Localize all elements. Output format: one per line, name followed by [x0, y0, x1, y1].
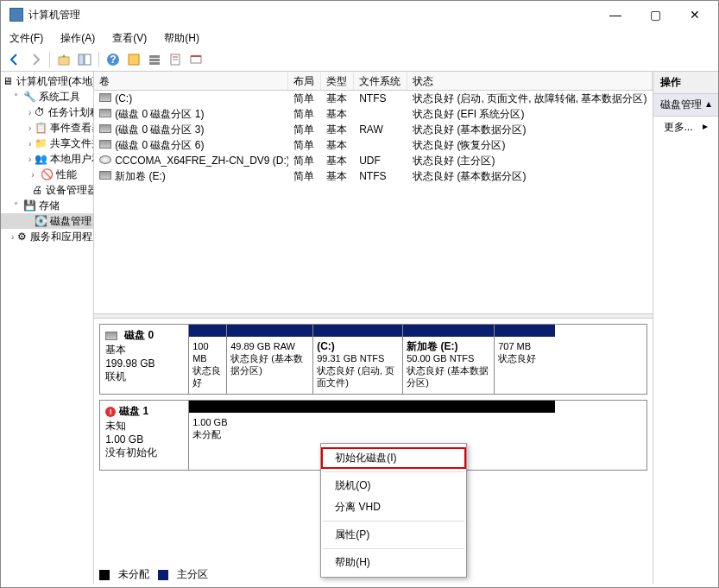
collapse-icon: ▴	[706, 98, 711, 112]
col-filesystem[interactable]: 文件系统	[354, 72, 407, 90]
perf-icon: 🚫	[41, 168, 53, 180]
volume-row[interactable]: (磁盘 0 磁盘分区 6)简单基本状态良好 (恢复分区)	[94, 137, 652, 153]
forward-button[interactable]	[27, 51, 44, 68]
menu-detach-vhd[interactable]: 分离 VHD	[321, 496, 466, 518]
tree-device-manager[interactable]: 🖨设备管理器	[1, 182, 93, 198]
tree-disk-management[interactable]: 💽磁盘管理	[1, 213, 93, 229]
actions-pane: 操作 磁盘管理▴ 更多...▸	[653, 72, 719, 584]
disk-label[interactable]: ! 磁盘 1未知1.00 GB没有初始化	[100, 401, 189, 470]
tree-storage[interactable]: ˅💾存储	[1, 198, 93, 213]
actions-title: 操作	[653, 72, 719, 94]
properties-button[interactable]	[167, 51, 184, 68]
services-icon: ⚙	[17, 231, 27, 243]
window-title: 计算机管理	[28, 8, 596, 22]
tree-local-users[interactable]: ›👥本地用户和组	[1, 151, 93, 167]
users-icon: 👥	[35, 153, 47, 165]
menu-help[interactable]: 帮助(H)	[161, 29, 203, 47]
volume-list-header[interactable]: 卷 布局 类型 文件系统 状态	[94, 72, 652, 91]
disk-partition[interactable]: 100 MB状态良好	[189, 325, 227, 394]
menu-help[interactable]: 帮助(H)	[321, 552, 466, 573]
disk-partition[interactable]: (C:)99.31 GB NTFS状态良好 (启动, 页面文件)	[313, 325, 403, 394]
disk-partition[interactable]: 新加卷 (E:)50.00 GB NTFS状态良好 (基本数据分区)	[403, 325, 495, 394]
svg-rect-1	[79, 54, 84, 65]
menu-offline[interactable]: 脱机(O)	[321, 475, 466, 496]
volume-list[interactable]: (C:)简单基本NTFS状态良好 (启动, 页面文件, 故障转储, 基本数据分区…	[94, 91, 652, 184]
volume-row[interactable]: 新加卷 (E:)简单基本NTFS状态良好 (基本数据分区)	[94, 168, 652, 184]
disk-partition[interactable]: 49.89 GB RAW状态良好 (基本数据分区)	[227, 325, 313, 394]
volume-icon	[99, 124, 111, 133]
col-volume[interactable]: 卷	[94, 72, 288, 90]
minimize-button[interactable]: —	[596, 2, 635, 28]
tree-shared-folders[interactable]: ›📁共享文件夹	[1, 136, 93, 151]
legend-primary: 主分区	[177, 567, 208, 582]
svg-rect-8	[149, 62, 160, 65]
tree-task-scheduler[interactable]: ›⏱任务计划程序	[1, 104, 93, 120]
content-pane: 卷 布局 类型 文件系统 状态 (C:)简单基本NTFS状态良好 (启动, 页面…	[94, 72, 653, 584]
navigation-tree[interactable]: 🖥计算机管理(本地) ˅🔧系统工具 ›⏱任务计划程序 ›📋事件查看器 ›📁共享文…	[1, 72, 94, 584]
toolbar: ?	[1, 47, 718, 72]
svg-rect-12	[191, 56, 201, 63]
volume-icon	[99, 155, 111, 164]
app-icon	[9, 8, 23, 22]
svg-rect-7	[149, 59, 160, 61]
show-hide-tree-button[interactable]	[76, 51, 93, 68]
col-type[interactable]: 类型	[321, 72, 354, 90]
disk-row[interactable]: 磁盘 0基本199.98 GB联机100 MB状态良好49.89 GB RAW状…	[99, 324, 646, 395]
close-button[interactable]: ✕	[675, 2, 715, 28]
legend-unallocated: 未分配	[118, 567, 149, 582]
disk-icon: 💽	[35, 215, 47, 227]
actions-more[interactable]: 更多...▸	[653, 117, 719, 138]
volume-icon	[99, 140, 111, 149]
view-settings-button[interactable]	[146, 51, 163, 68]
tree-performance[interactable]: ›🚫性能	[1, 167, 93, 182]
volume-row[interactable]: CCCOMA_X64FRE_ZH-CN_DV9 (D:)简单基本UDF状态良好 …	[94, 153, 652, 168]
folder-icon: 📁	[35, 137, 47, 149]
menu-action[interactable]: 操作(A)	[57, 29, 98, 47]
volume-icon	[99, 171, 111, 180]
volume-row[interactable]: (磁盘 0 磁盘分区 3)简单基本RAW状态良好 (基本数据分区)	[94, 122, 652, 137]
volume-icon	[99, 93, 111, 102]
disk-label[interactable]: 磁盘 0基本199.98 GB联机	[100, 325, 189, 394]
scheduler-icon: ⏱	[35, 106, 45, 118]
chevron-right-icon: ▸	[703, 120, 708, 135]
tree-root[interactable]: 🖥计算机管理(本地)	[1, 73, 93, 89]
menu-properties[interactable]: 属性(P)	[321, 524, 466, 546]
menu-file[interactable]: 文件(F)	[6, 29, 47, 47]
menu-bar: 文件(F) 操作(A) 查看(V) 帮助(H)	[1, 28, 718, 47]
tree-event-viewer[interactable]: ›📋事件查看器	[1, 120, 93, 136]
back-button[interactable]	[6, 51, 23, 68]
volume-row[interactable]: (C:)简单基本NTFS状态良好 (启动, 页面文件, 故障转储, 基本数据分区…	[94, 91, 652, 106]
col-status[interactable]: 状态	[407, 72, 652, 90]
help-button[interactable]: ?	[104, 51, 122, 68]
device-icon: 🖨	[32, 184, 42, 196]
event-icon: 📋	[35, 122, 47, 134]
actions-section[interactable]: 磁盘管理▴	[653, 94, 719, 117]
refresh-button[interactable]	[125, 51, 142, 68]
legend: 未分配 主分区	[99, 567, 208, 582]
tools-icon: 🔧	[23, 91, 35, 103]
volume-icon	[99, 109, 111, 117]
svg-rect-6	[149, 55, 160, 58]
action-button[interactable]	[187, 51, 205, 68]
up-button[interactable]	[55, 51, 73, 68]
storage-icon: 💾	[23, 199, 35, 212]
volume-row[interactable]: (磁盘 0 磁盘分区 1)简单基本状态良好 (EFI 系统分区)	[94, 106, 652, 122]
tree-services-apps[interactable]: ›⚙服务和应用程序	[1, 229, 93, 244]
svg-rect-2	[85, 54, 91, 65]
disk-partition[interactable]: 707 MB状态良好	[495, 325, 555, 394]
disk-icon	[105, 332, 117, 340]
svg-rect-5	[129, 54, 139, 65]
maximize-button[interactable]: ▢	[635, 2, 675, 28]
col-layout[interactable]: 布局	[288, 72, 321, 90]
tree-system-tools[interactable]: ˅🔧系统工具	[1, 89, 93, 104]
svg-text:?: ?	[110, 54, 116, 66]
computer-icon: 🖥	[3, 75, 13, 87]
title-bar: 计算机管理 — ▢ ✕	[1, 1, 718, 28]
menu-view[interactable]: 查看(V)	[109, 29, 150, 47]
disk-context-menu: 初始化磁盘(I) 脱机(O) 分离 VHD 属性(P) 帮助(H)	[320, 443, 467, 578]
svg-rect-0	[59, 57, 69, 65]
menu-initialize-disk[interactable]: 初始化磁盘(I)	[321, 447, 466, 469]
